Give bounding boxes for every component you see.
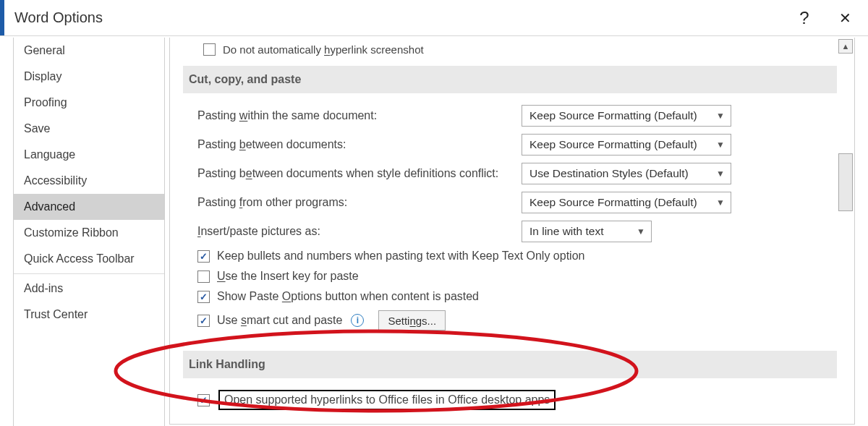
- info-icon[interactable]: i: [351, 314, 364, 327]
- sidebar-item-trust-center[interactable]: Trust Center: [14, 302, 164, 328]
- sidebar-item-addins[interactable]: Add-ins: [14, 276, 164, 302]
- window: Word Options ? ✕ General Display Proofin…: [0, 0, 868, 426]
- dropdown-value: Use Destination Styles (Default): [529, 167, 689, 180]
- option-label: Insert/paste pictures as:: [197, 225, 509, 238]
- checkbox-keep-bullets[interactable]: [197, 250, 210, 263]
- sidebar-item-language[interactable]: Language: [14, 142, 164, 168]
- text: gs...: [416, 315, 436, 327]
- text: mart cut and paste: [247, 314, 343, 326]
- chevron-down-icon: ▼: [716, 169, 725, 179]
- chevron-down-icon: ▼: [637, 226, 645, 237]
- sidebar-item-proofing[interactable]: Proofing: [14, 90, 164, 116]
- dropdown-value: Keep Source Formatting (Default): [529, 138, 697, 151]
- text: Use: [217, 314, 241, 326]
- checkbox-smart-cut-paste[interactable]: [197, 315, 210, 327]
- sidebar-item-save[interactable]: Save: [14, 116, 164, 142]
- paste-option-row: Insert/paste pictures as:In line with te…: [197, 221, 837, 242]
- sidebar-separator: [14, 273, 164, 274]
- option-label: Pasting between documents when style def…: [197, 167, 509, 180]
- highlighted-label-box: Open supported hyperlinks to Office file…: [218, 390, 556, 410]
- text: Do not automatically: [223, 43, 324, 56]
- text: yperlink screenshot: [330, 43, 423, 56]
- sidebar-item-quick-access-toolbar[interactable]: Quick Access Toolbar: [14, 246, 164, 272]
- option-label: Pasting within the same document:: [197, 109, 509, 122]
- checkbox-label: Open supported hyperlinks to Office file…: [224, 393, 550, 406]
- checkbox-label: Do not automatically hyperlink screensho…: [223, 43, 424, 56]
- text: se the Insert key for paste: [226, 270, 359, 282]
- sidebar-item-advanced[interactable]: Advanced: [14, 194, 164, 220]
- accelerator: U: [217, 270, 226, 282]
- settings-button[interactable]: Settings...: [378, 310, 446, 331]
- checkbox-open-hyperlinks-desktop[interactable]: [197, 394, 210, 406]
- scroll-thumb[interactable]: [838, 153, 853, 211]
- paste-option-row: Pasting from other programs:Keep Source …: [197, 192, 837, 213]
- accelerator: O: [282, 290, 291, 302]
- sidebar-item-general[interactable]: General: [14, 38, 164, 64]
- option-label: Pasting from other programs:: [197, 196, 509, 209]
- dropdown-value: Keep Source Formatting (Default): [529, 109, 697, 122]
- window-title: Word Options: [0, 9, 103, 26]
- paste-dropdown-2[interactable]: Use Destination Styles (Default)▼: [522, 163, 731, 184]
- section-header-link-handling: Link Handling: [183, 351, 837, 378]
- paste-option-row: Pasting within the same document:Keep So…: [197, 105, 837, 127]
- sidebar: General Display Proofing Save Language A…: [13, 38, 165, 426]
- sidebar-item-customize-ribbon[interactable]: Customize Ribbon: [14, 220, 164, 246]
- text: ptions button when content is pasted: [291, 290, 479, 302]
- paste-dropdown-1[interactable]: Keep Source Formatting (Default)▼: [522, 134, 731, 156]
- help-button[interactable]: ?: [784, 0, 825, 36]
- paste-dropdown-0[interactable]: Keep Source Formatting (Default)▼: [522, 105, 731, 127]
- chevron-down-icon: ▼: [716, 111, 725, 121]
- checkbox-label: Keep bullets and numbers when pasting te…: [217, 250, 584, 263]
- titlebar: Word Options ? ✕: [0, 0, 868, 36]
- dropdown-value: In line with text: [529, 225, 604, 238]
- checkbox-label: Use the Insert key for paste: [217, 270, 359, 283]
- content-scroll-area: ▲ Do not automatically hyperlink screens…: [169, 38, 855, 425]
- section-header-cut-copy-paste: Cut, copy, and paste: [183, 66, 837, 93]
- paste-dropdown-3[interactable]: Keep Source Formatting (Default)▼: [522, 192, 731, 213]
- checkbox-label: Show Paste Options button when content i…: [217, 290, 479, 303]
- sidebar-item-accessibility[interactable]: Accessibility: [14, 168, 164, 194]
- text: Setti: [388, 315, 409, 327]
- dropdown-value: Keep Source Formatting (Default): [529, 196, 697, 209]
- accelerator: s: [241, 314, 247, 326]
- sidebar-item-display[interactable]: Display: [14, 64, 164, 90]
- paste-option-row: Pasting between documents:Keep Source Fo…: [197, 134, 837, 156]
- checkbox-no-hyperlink-screenshot[interactable]: [203, 43, 216, 56]
- chevron-down-icon: ▼: [716, 140, 725, 150]
- checkbox-use-insert-key[interactable]: [197, 270, 210, 283]
- text: Show Paste: [217, 290, 282, 302]
- checkbox-show-paste-options[interactable]: [197, 291, 210, 303]
- paste-dropdown-4[interactable]: In line with text▼: [522, 221, 652, 242]
- paste-option-row: Pasting between documents when style def…: [197, 163, 837, 184]
- close-button[interactable]: ✕: [825, 0, 865, 36]
- option-label: Pasting between documents:: [197, 138, 509, 151]
- chevron-down-icon: ▼: [716, 197, 725, 208]
- scroll-up-button[interactable]: ▲: [838, 39, 853, 54]
- accelerator: n: [409, 315, 415, 327]
- checkbox-label: Use smart cut and paste: [217, 314, 342, 327]
